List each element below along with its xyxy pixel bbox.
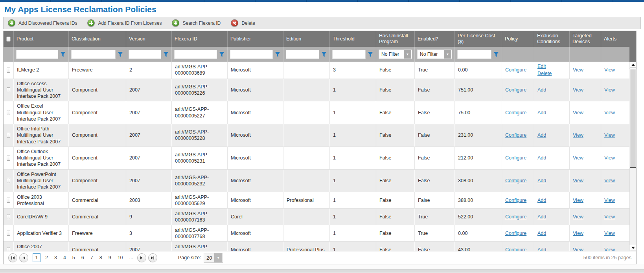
add-discovered-flexera-ids-button[interactable]: Add Discovered Flexera IDs: [8, 19, 77, 27]
page-number-button[interactable]: 7: [87, 255, 96, 260]
scroll-down-button[interactable]: [630, 245, 636, 251]
view-targeted-devices-link[interactable]: View: [573, 178, 583, 184]
edit-exclusion-link[interactable]: Edit: [537, 63, 546, 70]
column-header-threshold[interactable]: Threshold: [330, 31, 376, 47]
product-filter-input[interactable]: [16, 50, 58, 59]
view-alerts-link[interactable]: View: [604, 178, 615, 184]
row-checkbox[interactable]: [7, 214, 10, 219]
configure-link[interactable]: Configure: [505, 247, 526, 251]
select-all-checkbox[interactable]: [6, 37, 11, 42]
next-page-button[interactable]: [137, 253, 146, 262]
first-page-button[interactable]: [8, 253, 17, 262]
add-exclusion-link[interactable]: Add: [537, 230, 546, 236]
version-filter-input[interactable]: [129, 50, 161, 59]
row-checkbox[interactable]: [7, 231, 10, 236]
view-alerts-link[interactable]: View: [604, 132, 615, 138]
row-checkbox[interactable]: [7, 110, 10, 115]
configure-link[interactable]: Configure: [505, 214, 526, 220]
page-number-button[interactable]: 8: [96, 255, 105, 260]
configure-link[interactable]: Configure: [505, 110, 526, 116]
column-header-enabled[interactable]: Enabled?: [415, 31, 455, 47]
filter-icon[interactable]: [163, 51, 169, 57]
row-checkbox[interactable]: [7, 87, 10, 92]
column-header-targeted[interactable]: Targeted Devices: [570, 31, 601, 47]
view-targeted-devices-link[interactable]: View: [573, 110, 583, 116]
scrollbar-thumb[interactable]: [630, 69, 636, 168]
column-header-flexera_id[interactable]: Flexera ID: [172, 31, 228, 47]
row-checkbox[interactable]: [7, 68, 10, 73]
configure-link[interactable]: Configure: [505, 87, 526, 93]
vertical-scrollbar[interactable]: [629, 62, 636, 251]
view-alerts-link[interactable]: View: [604, 214, 615, 220]
view-alerts-link[interactable]: View: [604, 197, 615, 203]
delete-exclusion-link[interactable]: Delete: [537, 70, 552, 77]
view-targeted-devices-link[interactable]: View: [573, 87, 583, 93]
scroll-up-button[interactable]: [630, 62, 636, 68]
page-number-button[interactable]: 6: [78, 255, 87, 260]
column-header-classification[interactable]: Classification: [69, 31, 126, 47]
edition-filter-input[interactable]: [286, 50, 319, 59]
view-targeted-devices-link[interactable]: View: [573, 132, 583, 138]
page-number-button[interactable]: 5: [69, 255, 78, 260]
column-header-product[interactable]: Product: [14, 31, 69, 47]
add-exclusion-link[interactable]: Add: [537, 178, 546, 184]
column-header-version[interactable]: Version: [126, 31, 172, 47]
filter-icon[interactable]: [493, 51, 499, 57]
view-alerts-link[interactable]: View: [604, 67, 615, 73]
publisher-filter-input[interactable]: [230, 50, 273, 59]
page-number-button[interactable]: 2: [42, 255, 51, 260]
page-size-select[interactable]: 20 ▼: [204, 253, 223, 263]
filter-icon[interactable]: [118, 51, 123, 57]
has_uninstall-filter-select[interactable]: No Filter▼: [379, 49, 412, 59]
configure-link[interactable]: Configure: [505, 178, 526, 184]
filter-icon[interactable]: [275, 51, 281, 57]
add-exclusion-link[interactable]: Add: [537, 247, 546, 251]
column-header-publisher[interactable]: Publisher: [228, 31, 283, 47]
filter-icon[interactable]: [60, 51, 66, 57]
page-number-button[interactable]: 3: [51, 255, 60, 260]
configure-link[interactable]: Configure: [505, 230, 526, 236]
column-header-alerts[interactable]: Alerts: [601, 31, 629, 47]
row-checkbox[interactable]: [7, 133, 10, 138]
add-exclusion-link[interactable]: Add: [537, 132, 546, 138]
row-checkbox[interactable]: [7, 198, 10, 203]
configure-link[interactable]: Configure: [505, 155, 526, 161]
configure-link[interactable]: Configure: [505, 132, 526, 138]
configure-link[interactable]: Configure: [505, 197, 526, 203]
view-targeted-devices-link[interactable]: View: [573, 230, 583, 236]
row-checkbox[interactable]: [7, 178, 10, 183]
column-header-exclusion[interactable]: Exclusion Conditions: [534, 31, 570, 47]
add-exclusion-link[interactable]: Add: [537, 197, 546, 203]
view-targeted-devices-link[interactable]: View: [573, 214, 583, 220]
row-checkbox[interactable]: [7, 247, 10, 251]
add-exclusion-link[interactable]: Add: [537, 110, 546, 116]
add-flexera-id-from-licenses-button[interactable]: Add Flexera ID From Licenses: [87, 19, 162, 27]
filter-icon[interactable]: [219, 51, 225, 57]
view-targeted-devices-link[interactable]: View: [573, 155, 583, 161]
add-exclusion-link[interactable]: Add: [537, 87, 546, 93]
classification-filter-input[interactable]: [71, 50, 116, 59]
page-number-button[interactable]: 9: [105, 255, 114, 260]
view-alerts-link[interactable]: View: [604, 230, 615, 236]
column-header-edition[interactable]: Edition: [283, 31, 330, 47]
configure-link[interactable]: Configure: [505, 67, 526, 73]
view-alerts-link[interactable]: View: [604, 247, 615, 251]
view-targeted-devices-link[interactable]: View: [573, 247, 583, 251]
cost-filter-input[interactable]: [457, 50, 491, 59]
enabled-filter-select[interactable]: No Filter▼: [417, 49, 452, 59]
view-alerts-link[interactable]: View: [604, 110, 615, 116]
view-targeted-devices-link[interactable]: View: [573, 67, 583, 73]
view-targeted-devices-link[interactable]: View: [573, 197, 583, 203]
column-header-policy[interactable]: Policy: [502, 31, 534, 47]
filter-icon[interactable]: [368, 51, 374, 57]
add-exclusion-link[interactable]: Add: [537, 214, 546, 220]
page-ellipsis[interactable]: ...: [126, 255, 136, 260]
column-header-cost[interactable]: Per License Cost ($): [455, 31, 502, 47]
page-number-button[interactable]: 10: [114, 255, 126, 260]
threshold-filter-input[interactable]: [332, 50, 366, 59]
row-checkbox[interactable]: [7, 156, 10, 161]
column-header-has_uninstall[interactable]: Has Uninstall Program: [376, 31, 415, 47]
add-exclusion-link[interactable]: Add: [537, 155, 546, 161]
filter-icon[interactable]: [321, 51, 327, 57]
last-page-button[interactable]: [148, 253, 157, 262]
